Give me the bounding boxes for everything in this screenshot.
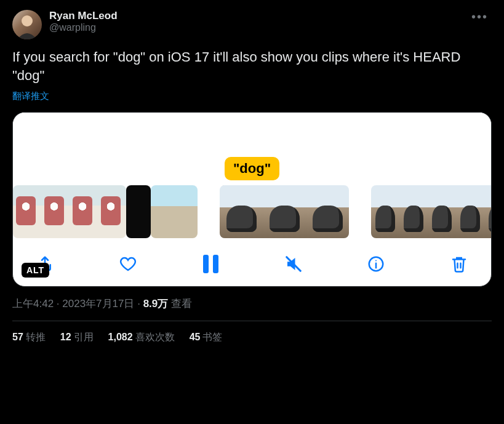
meta-time: 上午4:42 (12, 298, 54, 310)
clip-group[interactable] (126, 185, 151, 238)
clip-group[interactable] (151, 185, 198, 238)
clip-frame (428, 185, 456, 238)
clip-frame (371, 185, 399, 238)
more-icon[interactable]: ••• (468, 10, 492, 24)
tweet-container: Ryan McLeod @warpling ••• If you search … (0, 0, 504, 354)
clip-frame (98, 185, 126, 238)
trash-icon[interactable] (446, 250, 473, 278)
tweet-stats: 57转推 12引用 1,082喜欢次数 45书签 (12, 331, 492, 344)
clip-group-active[interactable] (220, 185, 349, 238)
author-names[interactable]: Ryan McLeod @warpling (49, 10, 468, 33)
meta-views-label: 查看 (168, 298, 192, 310)
clip-group[interactable] (371, 185, 491, 238)
clip-frame (179, 185, 198, 238)
timeline-strip[interactable] (13, 185, 491, 244)
heart-icon[interactable] (114, 250, 142, 278)
svg-point-4 (375, 260, 377, 262)
translate-link[interactable]: 翻译推文 (12, 90, 49, 102)
pause-icon[interactable] (197, 250, 224, 278)
caption-bubble-wrap: "dog" (13, 157, 491, 180)
clip-frame (456, 185, 484, 238)
clip-frame (399, 185, 428, 238)
handle: @warpling (49, 22, 468, 33)
mute-icon[interactable] (280, 250, 307, 278)
tweet-text: If you search for "dog" on iOS 17 it'll … (12, 48, 492, 84)
stat-retweets[interactable]: 57转推 (12, 331, 46, 344)
clip-frame (126, 185, 151, 238)
tweet-header: Ryan McLeod @warpling ••• (12, 10, 492, 39)
tweet-meta[interactable]: 上午4:42 · 2023年7月17日 · 8.9万 查看 (12, 297, 492, 311)
clip-frame (220, 185, 263, 238)
clip-frame (306, 185, 349, 238)
media-toolbar (13, 244, 491, 278)
stat-quotes[interactable]: 12引用 (60, 331, 94, 344)
clip-frame (70, 185, 98, 238)
clip-frame (263, 185, 306, 238)
info-icon[interactable] (362, 250, 390, 278)
stat-likes[interactable]: 1,082喜欢次数 (108, 331, 175, 344)
clip-frame (484, 185, 491, 238)
clip-group[interactable] (13, 185, 126, 238)
avatar[interactable] (12, 10, 42, 39)
media-whitespace (13, 113, 491, 163)
stat-bookmarks[interactable]: 45书签 (190, 331, 223, 344)
alt-badge[interactable]: ALT (22, 263, 49, 278)
clip-frame (151, 185, 179, 238)
divider (12, 321, 492, 321)
meta-views-count: 8.9万 (143, 298, 169, 310)
media-card[interactable]: "dog" (12, 112, 492, 287)
clip-frame (41, 185, 70, 238)
meta-date: 2023年7月17日 (62, 298, 134, 310)
svg-point-0 (22, 15, 33, 26)
display-name: Ryan McLeod (49, 10, 468, 22)
clip-frame (13, 185, 41, 238)
caption-bubble: "dog" (225, 157, 279, 180)
